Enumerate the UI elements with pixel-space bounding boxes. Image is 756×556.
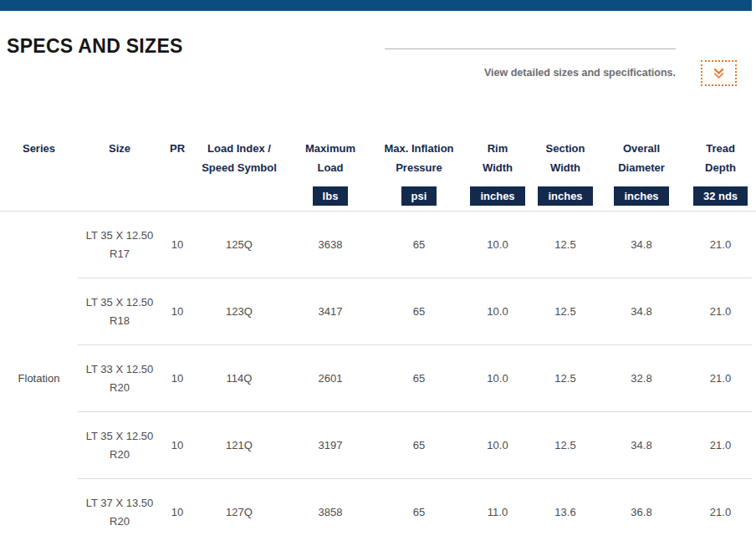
section-width-cell: 12.5 <box>533 370 598 388</box>
unit-badge-32nds: 32 nds <box>693 186 748 206</box>
rim-width-cell: 11.0 <box>462 503 533 522</box>
table-row: Flotation LT 33 X 12.50R20 10 114Q 2601 … <box>0 345 756 412</box>
tread-depth-cell: 21.0 <box>685 236 756 254</box>
inflation-cell: 65 <box>375 503 462 522</box>
col-header-pr: PR <box>161 139 193 177</box>
double-chevron-down-icon <box>713 68 725 79</box>
divider-line <box>385 48 676 49</box>
section-width-cell: 12.5 <box>533 436 598 455</box>
col-header-maximum-load: MaximumLoad <box>285 139 375 177</box>
table-row: LT 35 X 12.50R20 10 121Q 3197 65 10.0 12… <box>0 412 756 479</box>
top-accent-bar <box>0 0 752 11</box>
tread-depth-cell: 21.0 <box>685 436 756 455</box>
load-index-cell: 123Q <box>193 303 285 321</box>
size-cell: LT 35 X 12.50R18 <box>78 293 161 330</box>
inflation-cell: 65 <box>375 236 462 254</box>
rim-width-cell: 10.0 <box>462 303 533 321</box>
overall-diameter-cell: 34.8 <box>598 236 685 254</box>
rim-width-cell: 10.0 <box>462 436 533 455</box>
page-title: SPECS AND SIZES <box>7 35 183 58</box>
col-header-max-inflation: Max. InflationPressure <box>375 139 462 177</box>
expand-specs-button[interactable] <box>701 60 737 86</box>
tread-depth-cell: 21.0 <box>685 303 756 321</box>
specs-and-sizes-section: SPECS AND SIZES View detailed sizes and … <box>0 0 756 556</box>
size-cell: LT 35 X 12.50R20 <box>78 427 161 464</box>
view-details-text: View detailed sizes and specifications. <box>383 67 676 79</box>
load-index-cell: 125Q <box>193 236 285 254</box>
tread-depth-cell: 21.0 <box>685 370 756 388</box>
load-index-cell: 121Q <box>193 436 285 455</box>
inflation-cell: 65 <box>375 436 462 455</box>
unit-badge-row: lbs psi inches inches inches 32 nds <box>0 186 756 206</box>
section-width-cell: 13.6 <box>533 503 598 522</box>
size-cell: LT 35 X 12.50R17 <box>78 227 161 263</box>
load-index-cell: 114Q <box>193 370 285 388</box>
size-cell: LT 37 X 13.50R20 <box>78 494 161 531</box>
unit-badge-rim-inches: inches <box>470 186 524 206</box>
unit-badge-lbs: lbs <box>313 186 349 206</box>
rim-width-cell: 10.0 <box>462 236 533 254</box>
col-header-size: Size <box>78 139 161 177</box>
col-header-series: Series <box>0 139 78 177</box>
inflation-cell: 65 <box>375 303 462 321</box>
overall-diameter-cell: 32.8 <box>598 370 685 388</box>
rim-width-cell: 10.0 <box>462 370 533 388</box>
pr-cell: 10 <box>161 370 193 388</box>
pr-cell: 10 <box>161 503 193 522</box>
unit-badge-diameter-inches: inches <box>614 186 668 206</box>
col-header-rim-width: RimWidth <box>462 139 533 177</box>
pr-cell: 10 <box>161 236 193 254</box>
col-header-tread-depth: TreadDepth <box>685 139 756 177</box>
inflation-cell: 65 <box>375 370 462 388</box>
size-cell: LT 33 X 12.50R20 <box>78 360 161 397</box>
col-header-load-index: Load Index /Speed Symbol <box>193 139 285 177</box>
pr-cell: 10 <box>161 436 193 455</box>
series-label: Flotation <box>0 370 78 388</box>
load-index-cell: 127Q <box>193 503 285 522</box>
overall-diameter-cell: 36.8 <box>598 503 685 522</box>
max-load-cell: 3197 <box>285 436 375 455</box>
pr-cell: 10 <box>161 303 193 321</box>
unit-badge-psi: psi <box>401 186 437 206</box>
tread-depth-cell: 21.0 <box>685 503 756 522</box>
section-width-cell: 12.5 <box>533 236 598 254</box>
max-load-cell: 3638 <box>285 236 375 254</box>
table-header-row: Series Size PR Load Index /Speed Symbol … <box>0 139 756 177</box>
specs-table: Series Size PR Load Index /Speed Symbol … <box>0 139 756 546</box>
table-row: LT 35 X 12.50R17 10 125Q 3638 65 10.0 12… <box>0 212 756 278</box>
unit-badge-section-inches: inches <box>538 186 592 206</box>
max-load-cell: 3417 <box>285 303 375 321</box>
table-row: LT 37 X 13.50R20 10 127Q 3858 65 11.0 13… <box>0 479 756 546</box>
overall-diameter-cell: 34.8 <box>598 303 685 321</box>
section-width-cell: 12.5 <box>533 303 598 321</box>
max-load-cell: 3858 <box>285 503 375 522</box>
col-header-overall-diameter: OverallDiameter <box>598 139 685 177</box>
max-load-cell: 2601 <box>285 370 375 388</box>
col-header-section-width: SectionWidth <box>533 139 598 177</box>
overall-diameter-cell: 34.8 <box>598 436 685 455</box>
table-row: LT 35 X 12.50R18 10 123Q 3417 65 10.0 12… <box>0 278 756 345</box>
